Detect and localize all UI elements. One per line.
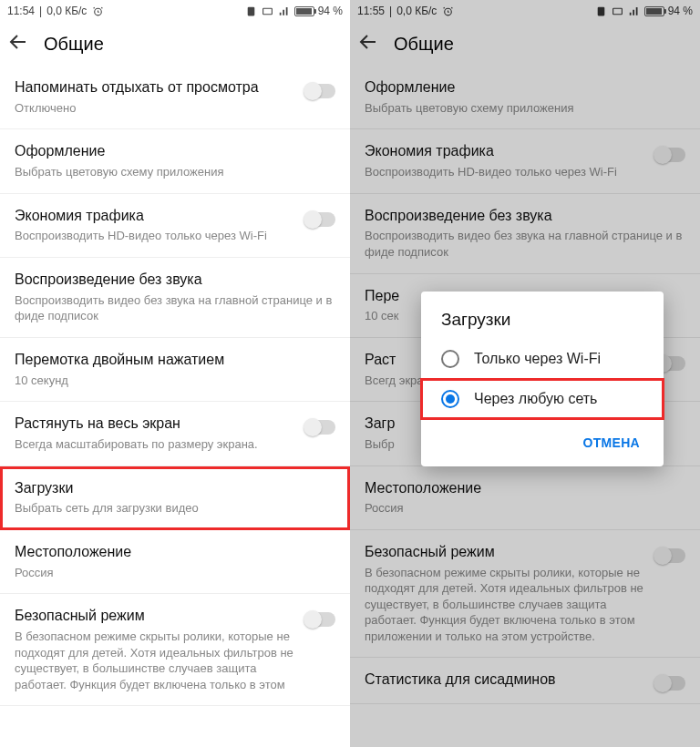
row-title: Воспроизведение без звука — [365, 207, 685, 226]
row-subtitle: Воспроизводить HD-видео только через Wi-… — [15, 228, 293, 244]
row-subtitle: 10 секунд — [15, 373, 335, 389]
sim-icon — [595, 5, 608, 17]
settings-list[interactable]: Напоминать отдыхать от просмотраОтключен… — [0, 66, 350, 747]
settings-row[interactable]: ОформлениеВыбрать цветовую схему приложе… — [350, 66, 700, 129]
svg-rect-1 — [248, 6, 255, 15]
row-subtitle: Отключено — [15, 100, 293, 117]
row-title: Воспроизведение без звука — [15, 271, 335, 290]
battery-percent: 94 % — [318, 5, 343, 17]
svg-rect-4 — [598, 6, 605, 15]
row-title: Безопасный режим — [15, 607, 293, 626]
settings-row[interactable]: МестоположениеРоссия — [350, 466, 700, 530]
status-time: 11:55 — [357, 5, 385, 17]
back-icon[interactable] — [7, 31, 29, 56]
page-title: Общие — [44, 34, 104, 55]
toggle-switch[interactable] — [304, 84, 335, 98]
downloads-dialog: Загрузки Только через Wi-FiЧерез любую с… — [421, 292, 664, 466]
cancel-button[interactable]: ОТМЕНА — [574, 428, 649, 457]
volte-icon — [262, 5, 274, 17]
settings-row[interactable]: Безопасный режимВ безопасном режиме скры… — [0, 594, 350, 706]
row-title: Местоположение — [15, 543, 335, 562]
row-title: Экономия трафика — [15, 207, 293, 226]
svg-rect-2 — [263, 8, 273, 15]
toggle-switch[interactable] — [654, 148, 685, 162]
dialog-title: Загрузки — [421, 310, 664, 339]
row-title: Напоминать отдыхать от просмотра — [15, 78, 293, 97]
back-icon[interactable] — [357, 31, 379, 56]
settings-row[interactable]: ОформлениеВыбрать цветовую схему приложе… — [0, 129, 350, 193]
row-title: Растянуть на весь экран — [15, 414, 293, 434]
toggle-switch[interactable] — [304, 420, 335, 435]
settings-row[interactable]: Перемотка двойным нажатием10 секунд — [0, 338, 350, 402]
status-bar: 11:54 | 0,0 КБ/с 94 % — [0, 0, 350, 22]
settings-row[interactable]: Напоминать отдыхать от просмотраОтключен… — [0, 66, 350, 129]
settings-row[interactable]: Безопасный режимВ безопасном режиме скры… — [350, 530, 700, 659]
settings-row[interactable]: Воспроизведение без звукаВоспроизводить … — [350, 194, 700, 274]
dialog-option[interactable]: Только через Wi-Fi — [421, 339, 664, 379]
battery-icon — [644, 6, 664, 16]
phone-left: 11:54 | 0,0 КБ/с 94 % Общие Напоминать о… — [0, 0, 350, 747]
radio-icon[interactable] — [441, 390, 459, 408]
row-subtitle: Россия — [365, 500, 685, 517]
battery-icon — [294, 6, 314, 16]
alarm-icon — [441, 5, 454, 17]
alarm-icon — [91, 5, 104, 17]
app-bar: Общие — [0, 22, 350, 66]
svg-rect-5 — [613, 8, 623, 15]
row-subtitle: Воспроизводить видео без звука на главно… — [15, 292, 335, 324]
dialog-option-label: Только через Wi-Fi — [474, 351, 601, 367]
row-title: Оформление — [365, 78, 685, 97]
status-time: 11:54 — [7, 5, 35, 17]
signal-icon — [278, 5, 291, 17]
sim-icon — [245, 5, 258, 17]
row-title: Перемотка двойным нажатием — [15, 351, 335, 370]
row-subtitle: Выбрать цветовую схему приложения — [365, 100, 685, 117]
dialog-option-label: Через любую сеть — [474, 391, 597, 407]
settings-row[interactable]: Растянуть на весь экранВсегда масштабиро… — [0, 402, 350, 466]
toggle-switch[interactable] — [654, 548, 685, 563]
toggle-switch[interactable] — [304, 612, 335, 627]
radio-icon[interactable] — [441, 350, 459, 368]
settings-row[interactable]: МестоположениеРоссия — [0, 530, 350, 594]
row-title: Загрузки — [15, 479, 335, 498]
toggle-switch[interactable] — [304, 212, 335, 227]
row-subtitle: Россия — [15, 565, 335, 581]
row-title: Оформление — [15, 142, 335, 161]
battery-percent: 94 % — [668, 5, 693, 17]
row-title: Экономия трафика — [365, 142, 643, 161]
row-subtitle: Выбрать сеть для загрузки видео — [15, 500, 335, 517]
row-title: Статистика для сисадминов — [365, 670, 643, 690]
row-title: Местоположение — [365, 479, 685, 498]
signal-icon — [628, 5, 641, 17]
phone-right: 11:55 | 0,0 КБ/с 94 % Общие ОформлениеВы… — [350, 0, 700, 747]
app-bar: Общие — [350, 22, 700, 66]
row-title: Безопасный режим — [365, 543, 643, 562]
page-title: Общие — [394, 34, 454, 55]
dialog-actions: ОТМЕНА — [421, 419, 664, 466]
settings-row[interactable]: Экономия трафикаВоспроизводить HD-видео … — [350, 129, 700, 193]
row-subtitle: Выбрать цветовую схему приложения — [15, 164, 335, 180]
settings-row[interactable]: ЗагрузкиВыбрать сеть для загрузки видео — [0, 466, 350, 530]
status-bar: 11:55 | 0,0 КБ/с 94 % — [350, 0, 700, 22]
settings-row[interactable]: Воспроизведение без звукаВоспроизводить … — [0, 258, 350, 338]
row-subtitle: В безопасном режиме скрыты ролики, котор… — [15, 629, 293, 692]
row-subtitle: В безопасном режиме скрыты ролики, котор… — [365, 565, 643, 645]
row-subtitle: Всегда масштабировать по размеру экрана. — [15, 436, 293, 453]
status-net-speed: 0,0 КБ/с — [396, 5, 437, 17]
settings-row[interactable]: Статистика для сисадминов — [350, 658, 700, 704]
row-subtitle: Воспроизводить видео без звука на главно… — [365, 228, 685, 260]
settings-row[interactable]: Экономия трафикаВоспроизводить HD-видео … — [0, 194, 350, 258]
status-net-speed: 0,0 КБ/с — [46, 5, 87, 17]
volte-icon — [612, 5, 624, 17]
row-subtitle: Воспроизводить HD-видео только через Wi-… — [365, 164, 643, 180]
toggle-switch[interactable] — [654, 676, 685, 691]
dialog-option[interactable]: Через любую сеть — [421, 379, 664, 419]
